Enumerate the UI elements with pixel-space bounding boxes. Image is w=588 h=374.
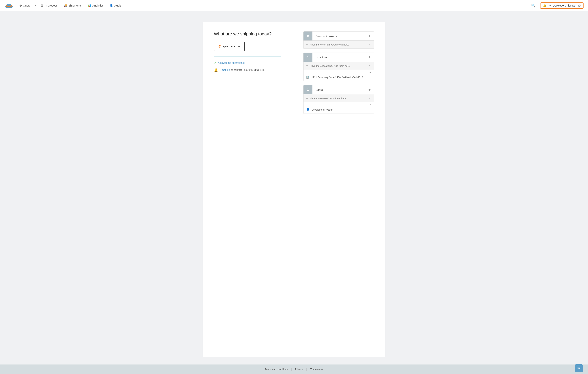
carriers-invite-text: ✏ Have more carriers? Add them here. bbox=[306, 43, 349, 46]
locations-invite-row: ✏ Have more locations? Add them here. × bbox=[304, 62, 374, 70]
nav-in-process[interactable]: 🏛 In process bbox=[38, 3, 60, 8]
status-check-icon: ✓ bbox=[214, 61, 216, 64]
divider bbox=[214, 56, 281, 56]
locations-title: Locations bbox=[313, 56, 365, 59]
content-card: What are we shipping today? ⊙ QUOTE NOW … bbox=[203, 22, 385, 357]
left-panel: What are we shipping today? ⊙ QUOTE NOW … bbox=[214, 31, 292, 348]
carriers-section: 0 Carriers / brokers + ✏ Have more carri… bbox=[303, 31, 374, 49]
locations-invite-close[interactable]: × bbox=[368, 64, 371, 68]
contact-text: Email us or contact us at 913-353-6188 bbox=[220, 68, 265, 71]
users-title: Users bbox=[313, 88, 365, 91]
status-row: ✓ All systems operational bbox=[214, 61, 281, 64]
location-building-icon: 🏢 bbox=[306, 75, 310, 79]
user-item: 👤 Developers Fivetran bbox=[304, 106, 374, 114]
power-icon[interactable]: ⏻ bbox=[578, 4, 580, 7]
quote-dropdown-arrow[interactable]: ▾ bbox=[34, 3, 37, 8]
page-heading: What are we shipping today? bbox=[214, 31, 281, 37]
users-add-button[interactable]: + bbox=[365, 85, 374, 94]
users-count: 1 bbox=[304, 85, 313, 94]
footer-links: Terms and conditions | Privacy | Tradema… bbox=[261, 368, 326, 371]
users-header: 1 Users + bbox=[304, 85, 374, 94]
carriers-count: 0 bbox=[304, 32, 313, 41]
nav-analytics[interactable]: 📊 Analytics bbox=[85, 3, 106, 8]
locations-count: 1 bbox=[304, 53, 313, 62]
footer: Terms and conditions | Privacy | Tradema… bbox=[0, 364, 588, 374]
locations-section: 1 Locations + ✏ Have more locations? Add… bbox=[303, 53, 374, 81]
users-invite-row: ✏ Have more users? Add them here. × bbox=[304, 94, 374, 102]
quote-icon: ⊙ bbox=[19, 4, 22, 7]
nav-right-user-box: 🔔 ⚙ Developers Fivetran ⏻ bbox=[540, 2, 584, 9]
shipments-icon: 🚚 bbox=[63, 4, 67, 7]
carriers-header: 0 Carriers / brokers + bbox=[304, 32, 374, 41]
analytics-icon: 📊 bbox=[88, 4, 91, 7]
users-invite-text: ✏ Have more users? Add them here. bbox=[306, 97, 347, 100]
users-section: 1 Users + ✏ Have more users? Add them he… bbox=[303, 85, 374, 114]
user-person-icon: 👤 bbox=[306, 108, 310, 111]
terms-link[interactable]: Terms and conditions bbox=[261, 368, 291, 371]
location-item: 🏢 1221 Broadway Suite 2400, Oakland, CA … bbox=[304, 73, 374, 81]
nav-user-label: Developers Fivetran bbox=[553, 4, 576, 7]
gear-icon[interactable]: ⚙ bbox=[548, 4, 551, 7]
users-invite-icon: ✏ bbox=[306, 97, 308, 100]
bell-icon[interactable]: 🔔 bbox=[543, 4, 547, 7]
contact-row: 🔔 Email us or contact us at 913-353-6188 bbox=[214, 68, 281, 72]
svg-point-2 bbox=[6, 4, 12, 6]
locations-invite-icon: ✏ bbox=[306, 64, 308, 67]
chat-button[interactable]: ✉ bbox=[575, 364, 583, 372]
audit-icon: 👤 bbox=[110, 4, 113, 7]
locations-collapse-arrow[interactable]: ▲ bbox=[304, 70, 374, 73]
contact-icon: 🔔 bbox=[214, 68, 218, 72]
carriers-title: Carriers / brokers bbox=[313, 34, 365, 38]
in-process-icon: 🏛 bbox=[41, 4, 44, 7]
status-text: All systems operational bbox=[218, 61, 245, 64]
users-invite-close[interactable]: × bbox=[368, 96, 371, 100]
quote-now-button[interactable]: ⊙ QUOTE NOW bbox=[214, 42, 245, 51]
privacy-link[interactable]: Privacy bbox=[292, 368, 306, 371]
logo[interactable] bbox=[4, 2, 13, 9]
carriers-invite-close[interactable]: × bbox=[368, 43, 371, 47]
users-collapse-arrow[interactable]: ▲ bbox=[304, 102, 374, 106]
carriers-invite-icon: ✏ bbox=[306, 43, 308, 46]
email-link[interactable]: Email us bbox=[220, 68, 230, 71]
search-icon[interactable]: 🔍 bbox=[530, 2, 536, 9]
quote-btn-icon: ⊙ bbox=[218, 44, 221, 48]
carriers-invite-row: ✏ Have more carriers? Add them here. × bbox=[304, 41, 374, 49]
nav-audit[interactable]: 👤 Audit bbox=[107, 3, 123, 8]
locations-add-button[interactable]: + bbox=[365, 53, 374, 62]
chat-icon: ✉ bbox=[578, 366, 580, 370]
nav-shipments[interactable]: 🚚 Shipments bbox=[61, 3, 84, 8]
locations-invite-text: ✏ Have more locations? Add them here. bbox=[306, 64, 350, 67]
trademarks-link[interactable]: Trademarks bbox=[307, 368, 327, 371]
locations-header: 1 Locations + bbox=[304, 53, 374, 62]
right-panel: 0 Carriers / brokers + ✏ Have more carri… bbox=[303, 31, 374, 348]
nav-quote[interactable]: ⊙ Quote bbox=[17, 3, 33, 8]
main-content: What are we shipping today? ⊙ QUOTE NOW … bbox=[0, 11, 588, 364]
navbar: ⊙ Quote ▾ 🏛 In process 🚚 Shipments 📊 Ana… bbox=[0, 0, 588, 11]
carriers-add-button[interactable]: + bbox=[365, 32, 374, 41]
